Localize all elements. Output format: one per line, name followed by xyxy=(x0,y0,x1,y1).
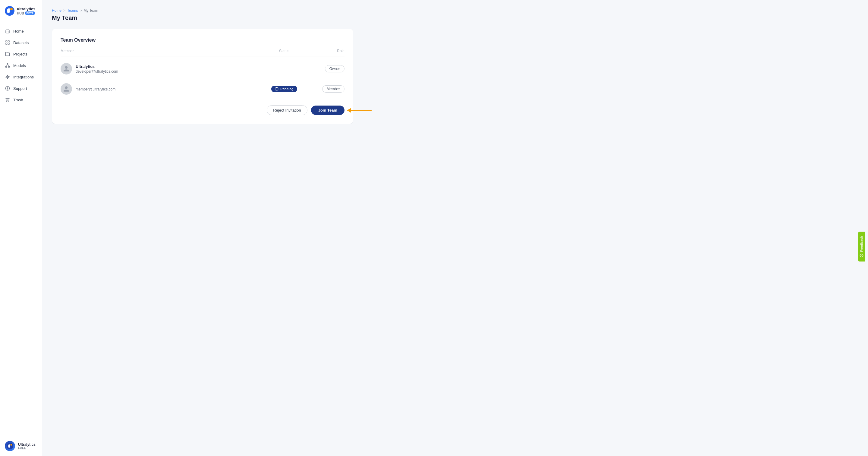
actions-row: Reject Invitation Join Team xyxy=(61,105,344,115)
sidebar-item-home-label: Home xyxy=(13,29,24,33)
col-role-label: Role xyxy=(308,49,344,53)
sidebar-item-projects[interactable]: Projects xyxy=(0,48,42,60)
feedback-label: Feedback xyxy=(860,236,863,252)
member-details-1: Ultralytics developer@ultralytics.com xyxy=(76,64,118,74)
sidebar-item-trash[interactable]: Trash xyxy=(0,94,42,106)
beta-badge: BETA xyxy=(25,11,35,15)
page-title: My Team xyxy=(52,15,858,21)
member-name-1: Ultralytics xyxy=(76,64,118,69)
sidebar-item-models[interactable]: Models xyxy=(0,60,42,71)
card-title: Team Overview xyxy=(61,37,344,43)
table-header: Member Status Role xyxy=(61,49,344,56)
svg-rect-5 xyxy=(8,43,9,44)
user-plan: FREE xyxy=(18,447,36,450)
models-icon xyxy=(5,63,10,68)
role-cell-1: Owner xyxy=(308,65,344,73)
table-row: Ultralytics developer@ultralytics.com Ow… xyxy=(61,59,344,79)
integrations-icon xyxy=(5,74,10,80)
svg-rect-4 xyxy=(6,43,7,44)
user-name: Ultralytics xyxy=(18,443,36,447)
breadcrumb-sep-2: > xyxy=(80,8,82,13)
member-email-1: developer@ultralytics.com xyxy=(76,69,118,74)
breadcrumb-teams[interactable]: Teams xyxy=(67,8,78,13)
member-avatar-1 xyxy=(61,63,72,75)
member-info-2: member@ultralytics.com xyxy=(61,83,260,95)
breadcrumb: Home > Teams > My Team xyxy=(52,8,858,13)
main-content: Home > Teams > My Team My Team Team Over… xyxy=(42,0,868,456)
logo-name: ultralytics xyxy=(17,7,35,11)
col-status-label: Status xyxy=(260,49,308,53)
sidebar-item-datasets[interactable]: Datasets xyxy=(0,37,42,48)
member-details-2: member@ultralytics.com xyxy=(76,87,116,91)
arrow-line xyxy=(350,110,372,111)
sidebar-item-integrations[interactable]: Integrations xyxy=(0,71,42,83)
trash-icon xyxy=(5,97,10,103)
datasets-icon xyxy=(5,40,10,45)
status-cell-2: Pending xyxy=(260,86,308,92)
home-icon xyxy=(5,28,10,34)
member-badge: Member xyxy=(322,85,344,93)
logo-container: ultralytics HUB BETA xyxy=(0,0,42,23)
sidebar-footer: Ultralytics FREE xyxy=(0,436,42,456)
sidebar: ultralytics HUB BETA Home xyxy=(0,0,42,456)
role-cell-2: Member xyxy=(308,85,344,93)
logo-hub-text: HUB xyxy=(17,11,24,15)
logo-hub-row: HUB BETA xyxy=(17,11,35,15)
breadcrumb-sep-1: > xyxy=(63,8,65,13)
svg-point-1 xyxy=(10,8,13,10)
sidebar-item-home[interactable]: Home xyxy=(0,25,42,37)
reject-invitation-button[interactable]: Reject Invitation xyxy=(267,105,307,115)
owner-badge: Owner xyxy=(325,65,344,73)
svg-point-15 xyxy=(10,444,12,446)
sidebar-item-datasets-label: Datasets xyxy=(13,40,29,45)
sidebar-item-support[interactable]: Support xyxy=(0,83,42,94)
arrow-annotation xyxy=(347,108,372,113)
feedback-tab[interactable]: Feedback xyxy=(858,232,865,261)
svg-rect-3 xyxy=(8,41,9,42)
pending-badge: Pending xyxy=(271,86,297,92)
member-avatar-2 xyxy=(61,83,72,95)
svg-line-10 xyxy=(7,64,9,66)
avatar xyxy=(5,441,15,451)
join-team-button[interactable]: Join Team xyxy=(311,106,344,115)
member-email-2: member@ultralytics.com xyxy=(76,87,116,91)
feedback-icon xyxy=(860,254,863,257)
ultralytics-logo-icon xyxy=(5,6,14,16)
col-member-label: Member xyxy=(61,49,260,53)
sidebar-nav: Home Datasets Projects xyxy=(0,23,42,436)
pending-label: Pending xyxy=(280,87,293,91)
projects-icon xyxy=(5,51,10,57)
sidebar-item-projects-label: Projects xyxy=(13,52,27,56)
svg-marker-11 xyxy=(6,75,9,79)
support-icon xyxy=(5,86,10,91)
breadcrumb-current: My Team xyxy=(84,8,98,13)
breadcrumb-home[interactable]: Home xyxy=(52,8,61,13)
sidebar-item-models-label: Models xyxy=(13,63,26,68)
sidebar-item-support-label: Support xyxy=(13,86,27,91)
sidebar-item-integrations-label: Integrations xyxy=(13,75,34,79)
sidebar-item-trash-label: Trash xyxy=(13,98,23,102)
team-overview-card: Team Overview Member Status Role Ultraly… xyxy=(52,29,353,124)
user-info: Ultralytics FREE xyxy=(18,443,36,450)
svg-line-9 xyxy=(6,64,7,66)
table-row: member@ultralytics.com Pending Member xyxy=(61,79,344,99)
pending-spinner xyxy=(275,87,278,91)
svg-rect-2 xyxy=(6,41,7,42)
logo-text: ultralytics HUB BETA xyxy=(17,7,35,15)
member-info-1: Ultralytics developer@ultralytics.com xyxy=(61,63,260,75)
